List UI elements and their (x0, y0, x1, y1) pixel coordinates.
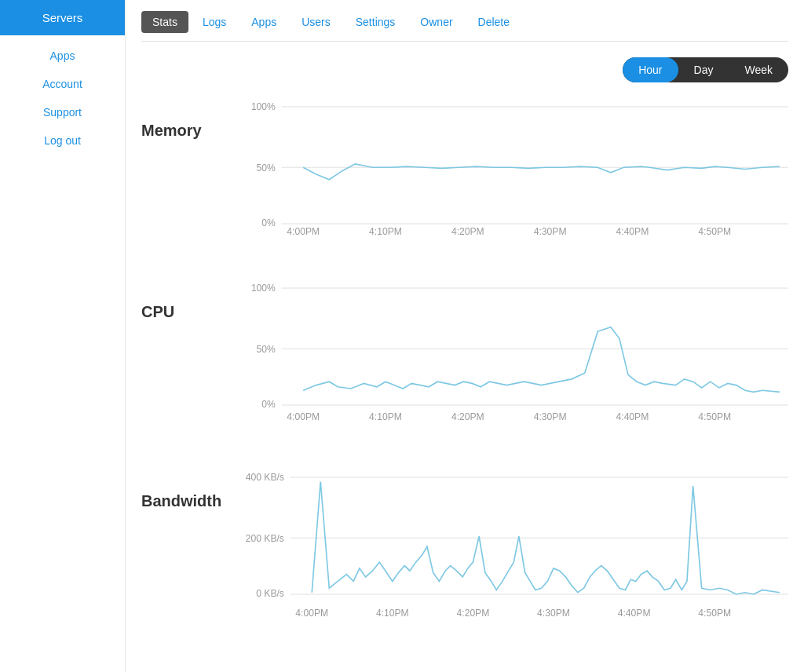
memory-x-label-4: 4:40PM (616, 226, 649, 237)
tab-stats[interactable]: Stats (141, 11, 188, 33)
time-week-button[interactable]: Week (729, 57, 788, 82)
memory-chart-svg: 100% 50% 0% 4:00PM 4:10PM 4:20PM 4:30PM … (251, 98, 788, 237)
bandwidth-x-label-2: 4:20PM (457, 608, 490, 619)
bandwidth-x-label-4: 4:40PM (618, 608, 651, 619)
tab-logs[interactable]: Logs (192, 11, 237, 33)
bandwidth-y-label-0: 0 KB/s (256, 588, 284, 599)
cpu-line (303, 327, 780, 392)
memory-chart-section: Memory 100% 50% 0% 4:00PM 4:10PM 4:20PM … (141, 98, 788, 240)
memory-line (303, 164, 780, 180)
cpu-x-label-4: 4:40PM (616, 411, 649, 422)
bandwidth-y-label-400: 400 KB/s (246, 473, 284, 484)
cpu-x-label-0: 4:00PM (287, 411, 320, 422)
time-day-button[interactable]: Day (678, 57, 729, 82)
sidebar-item-apps[interactable]: Apps (0, 42, 125, 70)
sidebar-item-support[interactable]: Support (0, 98, 125, 126)
time-selector: Hour Day Week (141, 57, 788, 82)
time-hour-button[interactable]: Hour (623, 57, 678, 82)
bandwidth-chart-title: Bandwidth (141, 469, 251, 510)
memory-chart-container: 100% 50% 0% 4:00PM 4:10PM 4:20PM 4:30PM … (251, 98, 788, 240)
main-content: Stats Logs Apps Users Settings Owner Del… (126, 0, 804, 672)
memory-x-label-5: 4:50PM (698, 226, 731, 237)
tab-apps[interactable]: Apps (240, 11, 287, 33)
cpu-y-label-100: 100% (251, 283, 276, 294)
tab-settings[interactable]: Settings (345, 11, 407, 33)
cpu-chart-title: CPU (141, 279, 251, 321)
cpu-y-label-50: 50% (257, 343, 276, 354)
memory-y-label-100: 100% (251, 101, 276, 112)
memory-x-label-3: 4:30PM (534, 226, 567, 237)
cpu-chart-svg: 100% 50% 0% 4:00PM 4:10PM 4:20PM 4:30PM … (251, 279, 788, 427)
bandwidth-x-label-3: 4:30PM (537, 608, 570, 619)
bandwidth-x-label-0: 4:00PM (295, 608, 328, 619)
memory-x-label-1: 4:10PM (369, 226, 402, 237)
cpu-x-label-1: 4:10PM (369, 411, 402, 422)
memory-chart-title: Memory (141, 98, 251, 140)
tab-users[interactable]: Users (291, 11, 342, 33)
bandwidth-x-label-5: 4:50PM (698, 608, 731, 619)
memory-y-label-0: 0% (261, 217, 276, 228)
tab-owner[interactable]: Owner (409, 11, 463, 33)
tab-delete[interactable]: Delete (467, 11, 521, 33)
cpu-chart-section: CPU 100% 50% 0% 4:00PM 4:10PM 4:20PM 4:3… (141, 279, 788, 430)
cpu-x-label-5: 4:50PM (698, 411, 731, 422)
sidebar-item-account[interactable]: Account (0, 70, 125, 98)
cpu-y-label-0: 0% (261, 399, 276, 410)
cpu-x-label-2: 4:20PM (451, 411, 484, 422)
memory-x-label-2: 4:20PM (451, 226, 484, 237)
bandwidth-chart-section: Bandwidth 400 KB/s 200 KB/s 0 KB/s 4:00P… (141, 469, 788, 632)
servers-button[interactable]: Servers (0, 0, 125, 35)
time-toggle-group: Hour Day Week (623, 57, 788, 82)
bandwidth-chart-svg: 400 KB/s 200 KB/s 0 KB/s 4:00PM 4:10PM 4… (251, 469, 788, 629)
sidebar-nav: Apps Account Support Log out (0, 42, 125, 155)
sidebar-item-logout[interactable]: Log out (0, 126, 125, 155)
tab-bar: Stats Logs Apps Users Settings Owner Del… (141, 0, 788, 42)
sidebar: Servers Apps Account Support Log out (0, 0, 126, 672)
bandwidth-x-label-1: 4:10PM (376, 608, 409, 619)
bandwidth-chart-container: 400 KB/s 200 KB/s 0 KB/s 4:00PM 4:10PM 4… (251, 469, 788, 632)
cpu-x-label-3: 4:30PM (534, 411, 567, 422)
memory-y-label-50: 50% (257, 163, 276, 173)
cpu-chart-container: 100% 50% 0% 4:00PM 4:10PM 4:20PM 4:30PM … (251, 279, 788, 430)
bandwidth-y-label-200: 200 KB/s (246, 533, 284, 544)
memory-x-label-0: 4:00PM (287, 226, 320, 237)
